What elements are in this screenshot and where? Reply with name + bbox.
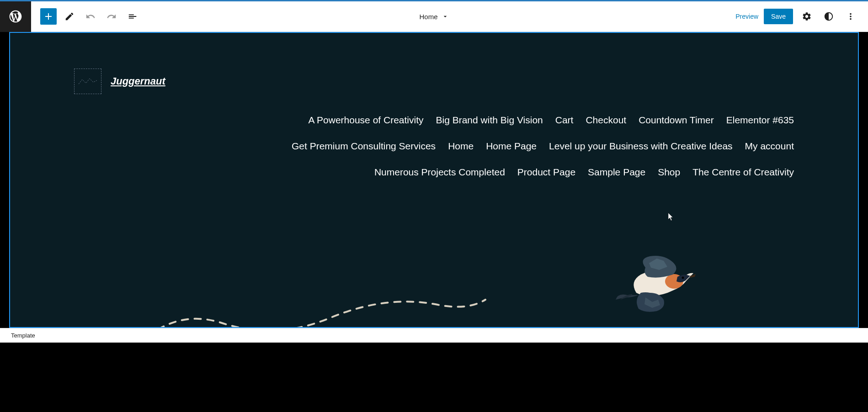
list-view-icon <box>128 11 138 21</box>
template-canvas[interactable]: Juggernaut A Powerhouse of Creativity Bi… <box>9 32 859 328</box>
nav-item[interactable]: Level up your Business with Creative Ide… <box>549 141 733 152</box>
wordpress-icon <box>8 9 23 24</box>
site-title[interactable]: Juggernaut <box>111 75 165 87</box>
mouse-cursor <box>668 213 674 221</box>
image-placeholder-icon <box>78 77 98 86</box>
toolbar-right-group: Preview Save <box>735 8 868 25</box>
current-page-title: Home <box>419 13 437 21</box>
nav-item[interactable]: Home Page <box>486 141 537 152</box>
nav-item[interactable]: Home <box>448 141 474 152</box>
nav-item[interactable]: Sample Page <box>588 167 645 178</box>
undo-icon <box>85 11 96 21</box>
editor-canvas-area: Juggernaut A Powerhouse of Creativity Bi… <box>0 32 868 328</box>
add-block-button[interactable] <box>40 8 57 25</box>
bird-illustration <box>613 254 700 313</box>
navigation-menu[interactable]: A Powerhouse of Creativity Big Brand wit… <box>227 103 858 187</box>
nav-item[interactable]: Product Page <box>517 167 575 178</box>
redo-button[interactable] <box>103 8 120 25</box>
nav-item[interactable]: Shop <box>658 167 680 178</box>
svg-point-1 <box>682 277 684 279</box>
nav-item[interactable]: Big Brand with Big Vision <box>436 115 543 126</box>
nav-item[interactable]: Get Premium Consulting Services <box>292 141 436 152</box>
styles-button[interactable] <box>820 8 837 25</box>
undo-button[interactable] <box>82 8 99 25</box>
nav-item[interactable]: My account <box>745 141 794 152</box>
breadcrumb[interactable]: Template <box>11 332 35 339</box>
gear-icon <box>802 11 812 21</box>
page-title-selector[interactable]: Home <box>419 13 448 21</box>
decorative-path <box>138 254 549 328</box>
nav-item[interactable]: A Powerhouse of Creativity <box>308 115 423 126</box>
chevron-down-icon <box>442 13 449 20</box>
edit-tool-button[interactable] <box>61 8 78 25</box>
document-overview-button[interactable] <box>124 8 141 25</box>
preview-link[interactable]: Preview <box>735 13 758 20</box>
site-header: Juggernaut <box>10 33 858 103</box>
nav-item[interactable]: Cart <box>555 115 574 126</box>
nav-item[interactable]: Numerous Projects Completed <box>374 167 505 178</box>
editor-breadcrumb-bar: Template <box>0 328 868 343</box>
settings-button[interactable] <box>799 8 815 25</box>
plus-icon <box>43 11 54 22</box>
kebab-icon <box>846 11 856 21</box>
toolbar-left-group <box>31 8 141 25</box>
nav-item[interactable]: Checkout <box>586 115 626 126</box>
pencil-icon <box>64 11 75 21</box>
save-button[interactable]: Save <box>764 9 793 24</box>
editor-top-bar: Home Preview Save <box>0 0 868 32</box>
nav-item[interactable]: Countdown Timer <box>639 115 714 126</box>
nav-item[interactable]: The Centre of Creativity <box>692 167 794 178</box>
site-logo-placeholder[interactable] <box>74 69 101 94</box>
wordpress-logo-button[interactable] <box>0 1 31 32</box>
redo-icon <box>107 11 117 21</box>
more-options-button[interactable] <box>842 8 859 25</box>
styles-icon <box>824 11 834 21</box>
nav-item[interactable]: Elementor #635 <box>726 115 794 126</box>
